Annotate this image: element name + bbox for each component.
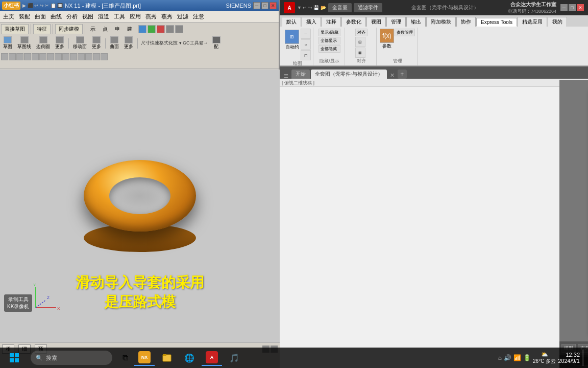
icon-5[interactable] (175, 25, 183, 33)
toolbar-tab-sketch[interactable]: 直接草图 (1, 24, 29, 34)
btn-show-partial[interactable]: 显示/隐藏 (318, 29, 340, 36)
menu-analysis[interactable]: 分析 (64, 12, 80, 21)
small-icon-4[interactable] (24, 53, 31, 60)
nx-maximize-btn[interactable]: □ (261, 2, 268, 9)
nx-minimize-btn[interactable]: ─ (253, 2, 260, 9)
acad-maximize-btn[interactable]: □ (569, 4, 576, 11)
visibility-group-label: 隐藏/显示 (320, 58, 339, 64)
btn-hide-all[interactable]: 全部隐藏 (318, 45, 340, 53)
menu-filter[interactable]: 过滤 (175, 12, 190, 21)
ribbon-tab-mine[interactable]: 我的 (548, 17, 567, 27)
ribbon-tab-collab[interactable]: 协作 (456, 17, 476, 27)
small-icon-9[interactable] (62, 53, 69, 60)
toolbar-tab-point[interactable]: 申 (112, 25, 123, 34)
menu-app[interactable]: 应用 (128, 12, 143, 21)
ribbon-tab-express[interactable]: Express Tools (476, 18, 517, 27)
small-icon-12[interactable] (85, 53, 92, 60)
menu-yanxiu1[interactable]: 燕秀 (143, 12, 159, 21)
ribbon-tab-default[interactable]: 默认 (282, 17, 301, 27)
ribbon-tab-featured[interactable]: 精选应用 (518, 17, 547, 27)
btn-more3[interactable]: 更多 (122, 35, 135, 51)
btn-line[interactable]: 草图线 (15, 35, 33, 51)
btn-more1[interactable]: 更多 (53, 35, 66, 51)
toolbar-label-gc: 尺寸快速格式化技 ▾ GC工具箱→ (140, 39, 209, 48)
menu-yanxiu2[interactable]: 燕秀 (159, 12, 175, 21)
taskbar-app-qqmusic[interactable]: 🎵 (224, 350, 244, 366)
nx-close-btn[interactable]: ✕ (270, 2, 277, 9)
btn-auto-constrain[interactable]: ⊞ 自动约 (284, 29, 300, 60)
svg-rect-114 (10, 353, 14, 357)
add-doc-tab[interactable]: + (398, 70, 407, 79)
menu-tools[interactable]: 工具 (112, 12, 127, 21)
menu-assembly[interactable]: 装配 (17, 12, 32, 21)
show-desktop-btn[interactable] (582, 350, 584, 366)
menu-curve[interactable]: 曲线 (48, 12, 64, 21)
search-bar[interactable]: 🔍 搜索 (31, 351, 112, 365)
search-button[interactable]: 🔍 搜索 (27, 350, 116, 366)
align-icon-2[interactable]: ⊠ (355, 48, 365, 58)
ribbon-tab-insert[interactable]: 插入 (302, 17, 321, 27)
ribbon-tab-parametric[interactable]: 参数化 (341, 17, 366, 27)
btn-move-face[interactable]: 移动面 (71, 35, 89, 51)
btn-config[interactable]: 配 (210, 35, 223, 51)
small-icon-3[interactable] (16, 53, 23, 60)
btn-param-manage[interactable]: 参数管理 (395, 29, 415, 36)
tab-close-icon[interactable]: ✕ (390, 72, 395, 79)
menu-surface[interactable]: 曲面 (33, 12, 48, 21)
btn-params[interactable]: f(x) 参数 (380, 29, 394, 58)
menu-main[interactable]: 主页 (1, 12, 16, 21)
icon-1[interactable] (138, 25, 146, 33)
acad-tab-filter[interactable]: 通滤零件 (354, 3, 382, 12)
taskbar-app-nx[interactable]: NX (134, 350, 155, 366)
icon-3[interactable] (157, 25, 165, 33)
btn-align[interactable]: 对齐 (355, 29, 368, 36)
ribbon-tab-view[interactable]: 视图 (366, 17, 386, 27)
toolbar-tab-sync[interactable]: 同步建模 (55, 24, 83, 34)
small-icon-13[interactable] (93, 53, 100, 60)
small-icon-1[interactable] (1, 53, 8, 60)
small-icon-10[interactable] (70, 53, 77, 60)
draw-btn-2[interactable]: ○ (301, 39, 311, 50)
doctabs-hamburger[interactable]: ☰ (282, 73, 290, 79)
icon-4[interactable] (166, 25, 174, 33)
acad-close-btn[interactable]: ✕ (577, 4, 584, 11)
params-small: 参数管理 (395, 29, 415, 58)
acad-canvas[interactable]: 北 西 上 东 ▲ ▼ (559, 80, 588, 341)
doc-tab-start[interactable]: 开始 (291, 70, 310, 79)
taskbar-app-explorer[interactable] (157, 350, 177, 366)
draw-btn-3[interactable]: ◻ (301, 50, 311, 60)
small-icon-6[interactable] (39, 53, 46, 60)
small-icon-8[interactable] (55, 53, 62, 60)
acad-tab-full[interactable]: 全音量 (328, 3, 352, 12)
icon-2[interactable] (148, 25, 156, 33)
btn-more2[interactable]: 更多 (90, 35, 103, 51)
menu-note[interactable]: 注意 (191, 12, 206, 21)
btn-surface[interactable]: 曲面 (108, 35, 121, 51)
toolbar-tab-build[interactable]: 建 (124, 25, 135, 34)
small-icon-2[interactable] (9, 53, 16, 60)
taskbar-app-browser[interactable]: 🌐 (179, 350, 200, 366)
start-button[interactable] (4, 350, 24, 366)
taskbar-app-acad[interactable]: A (202, 350, 222, 366)
taskview-button[interactable]: ⧉ (118, 350, 132, 366)
align-icon-1[interactable]: ⊟ (355, 37, 365, 47)
btn-fillet[interactable]: 边倒圆 (34, 35, 52, 51)
ribbon-tab-manage[interactable]: 管理 (386, 17, 406, 27)
btn-sketch[interactable]: 草图 (1, 35, 14, 51)
menu-view[interactable]: 视图 (80, 12, 95, 21)
toolbar-tab-show[interactable]: 示 (87, 25, 99, 34)
toolbar-tab-sub[interactable]: 点 (100, 25, 111, 34)
ribbon-tab-addins[interactable]: 附加模块 (426, 17, 456, 27)
small-icon-7[interactable] (47, 53, 54, 60)
small-icon-14[interactable] (101, 53, 108, 60)
ribbon-tab-output[interactable]: 输出 (406, 17, 426, 27)
small-icon-5[interactable] (32, 53, 39, 60)
toolbar-tab-feature[interactable]: 特征 (33, 24, 51, 34)
btn-show-all[interactable]: 全部显示 (318, 37, 340, 44)
draw-btn-1[interactable]: ─ (301, 29, 311, 39)
doc-tab-main[interactable]: 全套图（壳零件·与模具设计） (311, 70, 387, 79)
menu-render[interactable]: 渲道 (96, 12, 111, 21)
acad-minimize-btn[interactable]: ─ (560, 4, 568, 11)
small-icon-11[interactable] (78, 53, 85, 60)
ribbon-tab-annotation[interactable]: 注释 (322, 17, 341, 27)
